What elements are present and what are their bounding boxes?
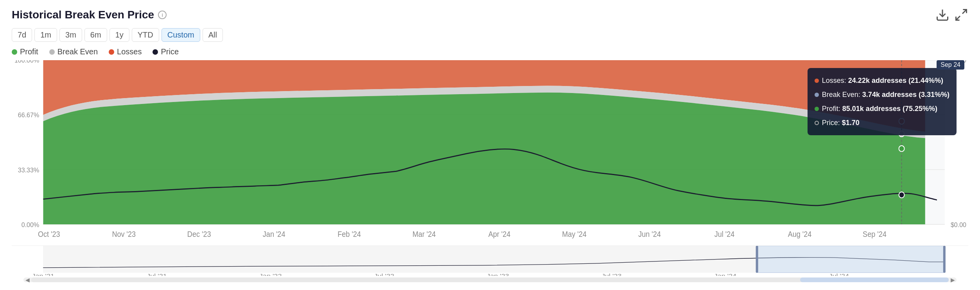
- price-dot: [153, 49, 158, 55]
- scrollbar[interactable]: ◀ ▶: [23, 277, 957, 282]
- chart-container: Historical Break Even Price i: [0, 0, 980, 290]
- svg-line-1: [962, 10, 967, 14]
- btn-custom[interactable]: Custom: [162, 28, 200, 42]
- legend-price: Price: [153, 47, 179, 56]
- svg-text:66.67%: 66.67%: [18, 111, 39, 119]
- scroll-left-arrow[interactable]: ◀: [23, 276, 31, 284]
- svg-text:Jan '21: Jan '21: [32, 272, 54, 276]
- svg-text:Jan '24: Jan '24: [263, 230, 285, 239]
- svg-text:Dec '23: Dec '23: [187, 230, 211, 239]
- svg-text:$0.00: $0.00: [951, 221, 966, 229]
- svg-text:100.00%: 100.00%: [14, 60, 39, 64]
- svg-text:Oct '23: Oct '23: [38, 230, 60, 239]
- btn-7d[interactable]: 7d: [12, 28, 32, 42]
- time-controls: 7d 1m 3m 6m 1y YTD Custom All: [12, 28, 968, 42]
- chart-area: 100.00% 66.67% 33.33% 0.00% $4.00 $0.00: [12, 60, 968, 286]
- legend-profit: Profit: [12, 47, 38, 56]
- btn-1y[interactable]: 1y: [109, 28, 129, 42]
- breakeven-label: Break Even: [57, 47, 98, 56]
- price-label: Price: [161, 47, 179, 56]
- svg-rect-33: [757, 246, 945, 273]
- svg-text:Jan '24: Jan '24: [714, 272, 737, 276]
- svg-text:Mar '24: Mar '24: [413, 230, 436, 239]
- svg-text:Sep '24: Sep '24: [863, 230, 887, 239]
- download-button[interactable]: [935, 8, 949, 22]
- profit-label: Profit: [20, 47, 38, 56]
- header-right: [935, 8, 968, 22]
- scrollbar-thumb[interactable]: [800, 277, 949, 282]
- btn-6m[interactable]: 6m: [84, 28, 107, 42]
- svg-text:Jul '22: Jul '22: [374, 272, 395, 276]
- svg-text:33.33%: 33.33%: [18, 166, 39, 174]
- svg-text:Apr '24: Apr '24: [488, 230, 511, 239]
- btn-3m[interactable]: 3m: [59, 28, 82, 42]
- main-chart-svg: 100.00% 66.67% 33.33% 0.00% $4.00 $0.00: [12, 60, 968, 245]
- expand-button[interactable]: [954, 8, 968, 22]
- legend: Profit Break Even Losses Price: [12, 47, 968, 56]
- svg-text:Feb '24: Feb '24: [337, 230, 361, 239]
- legend-breakeven: Break Even: [49, 47, 98, 56]
- scroll-right-arrow[interactable]: ▶: [949, 276, 957, 284]
- svg-point-19: [899, 192, 905, 198]
- header-left: Historical Break Even Price i: [12, 9, 167, 21]
- losses-label: Losses: [117, 47, 142, 56]
- header: Historical Break Even Price i: [12, 8, 968, 22]
- btn-all[interactable]: All: [203, 28, 223, 42]
- profit-dot: [12, 49, 17, 55]
- legend-losses: Losses: [109, 47, 142, 56]
- svg-text:Jan '22: Jan '22: [259, 272, 282, 276]
- svg-point-16: [899, 118, 905, 124]
- svg-text:Aug '24: Aug '24: [788, 230, 812, 239]
- mini-chart[interactable]: Jan '21 Jul '21 Jan '22 Jul '22 Jan '23 …: [12, 245, 968, 286]
- breakeven-dot: [49, 49, 55, 55]
- svg-text:Jan '23: Jan '23: [486, 272, 509, 276]
- btn-ytd[interactable]: YTD: [132, 28, 159, 42]
- svg-rect-34: [756, 246, 758, 273]
- page-title: Historical Break Even Price: [12, 9, 154, 21]
- svg-point-18: [899, 146, 905, 152]
- date-badge: Sep 24: [937, 60, 964, 70]
- svg-line-2: [956, 16, 960, 20]
- svg-text:Jul '24: Jul '24: [714, 230, 735, 239]
- main-chart: 100.00% 66.67% 33.33% 0.00% $4.00 $0.00: [12, 60, 968, 245]
- info-icon[interactable]: i: [158, 11, 167, 19]
- svg-text:Jul '23: Jul '23: [601, 272, 622, 276]
- svg-point-17: [899, 131, 905, 137]
- btn-1m[interactable]: 1m: [34, 28, 57, 42]
- svg-rect-35: [943, 246, 946, 273]
- svg-text:Jul '21: Jul '21: [147, 272, 167, 276]
- svg-text:Nov '23: Nov '23: [112, 230, 136, 239]
- losses-dot: [109, 49, 114, 55]
- svg-text:Jun '24: Jun '24: [638, 230, 661, 239]
- svg-text:Jul '24: Jul '24: [829, 272, 849, 276]
- svg-text:0.00%: 0.00%: [22, 221, 39, 229]
- mini-chart-svg: Jan '21 Jul '21 Jan '22 Jul '22 Jan '23 …: [12, 246, 968, 276]
- svg-text:May '24: May '24: [562, 230, 587, 239]
